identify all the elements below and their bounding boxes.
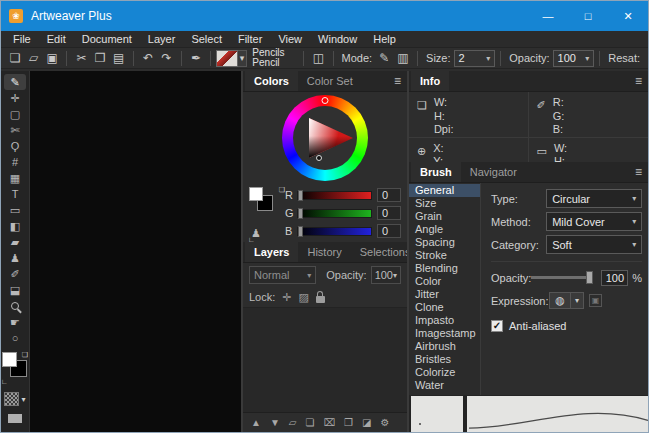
- toolbox-scroll-thumb[interactable]: [8, 414, 22, 423]
- layer-up-button[interactable]: ▲: [251, 418, 261, 428]
- brush-panel-menu-button[interactable]: ≡: [635, 162, 642, 182]
- tab-layers[interactable]: Layers: [245, 242, 298, 262]
- default-colors-icon[interactable]: ❏: [22, 351, 28, 358]
- swap-colors-icon[interactable]: ∟: [1, 378, 8, 385]
- text-tool[interactable]: T: [4, 186, 26, 202]
- blue-slider-handle[interactable]: [298, 226, 303, 237]
- mode-straight-button[interactable]: ▥: [394, 49, 412, 67]
- value-marker[interactable]: [316, 155, 322, 161]
- brush-category-general[interactable]: General: [409, 184, 480, 197]
- color-wheel[interactable]: [282, 95, 368, 181]
- hand-tool[interactable]: ☛: [4, 314, 26, 330]
- brush-category-angle[interactable]: Angle: [409, 223, 480, 236]
- menu-document[interactable]: Document: [74, 31, 140, 47]
- opacity-select[interactable]: 100 ▾: [553, 50, 595, 67]
- menu-edit[interactable]: Edit: [39, 31, 74, 47]
- eyedropper-tool[interactable]: ✐: [4, 266, 26, 282]
- green-slider[interactable]: [297, 209, 372, 218]
- hue-marker[interactable]: [322, 97, 329, 104]
- brush-category-airbrush[interactable]: Airbrush: [409, 340, 480, 353]
- tab-info[interactable]: Info: [411, 71, 449, 91]
- minimize-button[interactable]: —: [528, 1, 568, 31]
- default-colors-icon[interactable]: ❏: [279, 186, 285, 193]
- info-panel-menu-button[interactable]: ≡: [635, 71, 642, 91]
- eraser-tool[interactable]: ▰: [4, 234, 26, 250]
- tab-history[interactable]: History: [298, 242, 350, 262]
- fill-tool[interactable]: ⬓: [4, 282, 26, 298]
- mosaic-tool[interactable]: ▦: [4, 170, 26, 186]
- panel-toggle-button[interactable]: ◫: [309, 49, 327, 67]
- brush-category-impasto[interactable]: Impasto: [409, 314, 480, 327]
- tab-colors[interactable]: Colors: [245, 71, 298, 91]
- close-button[interactable]: ✕: [608, 1, 648, 31]
- crop-tool[interactable]: #: [4, 154, 26, 170]
- brush-category-imagestamp[interactable]: Imagestamp: [409, 327, 480, 340]
- green-slider-handle[interactable]: [298, 208, 303, 219]
- paste-button[interactable]: ▤: [109, 49, 127, 67]
- maximize-button[interactable]: □: [568, 1, 608, 31]
- brush-opacity-slider[interactable]: [531, 276, 593, 279]
- menu-filter[interactable]: Filter: [230, 31, 270, 47]
- rect-select-tool[interactable]: ▢: [4, 106, 26, 122]
- tab-navigator[interactable]: Navigator: [461, 162, 526, 182]
- layers-list[interactable]: [243, 307, 407, 412]
- brush-category-grain[interactable]: Grain: [409, 210, 480, 223]
- menu-view[interactable]: View: [270, 31, 310, 47]
- brush-category-stroke[interactable]: Stroke: [409, 249, 480, 262]
- layer-down-button[interactable]: ▼: [270, 418, 280, 428]
- layer-opacity-select[interactable]: 100 ▾: [371, 266, 401, 284]
- brush-preview-thumbnail[interactable]: [216, 50, 237, 67]
- new-document-button[interactable]: ❏: [6, 49, 24, 67]
- green-value[interactable]: 0: [377, 206, 401, 220]
- saturation-triangle[interactable]: [309, 118, 353, 158]
- brush-category-water[interactable]: Water: [409, 379, 480, 392]
- copy-button[interactable]: ❐: [91, 49, 109, 67]
- tab-color-set[interactable]: Color Set: [298, 71, 362, 91]
- lock-position-button[interactable]: ✛: [282, 291, 291, 304]
- menu-layer[interactable]: Layer: [140, 31, 184, 47]
- antialiased-checkbox[interactable]: ✓: [491, 320, 503, 332]
- zoom-tool[interactable]: [4, 298, 26, 314]
- brush-opacity-handle[interactable]: [586, 271, 593, 284]
- pattern-selector[interactable]: ▾: [4, 392, 25, 406]
- undo-button[interactable]: ↶: [139, 49, 157, 67]
- brush-category-color[interactable]: Color: [409, 275, 480, 288]
- pen-tool-button[interactable]: ✒: [187, 49, 205, 67]
- expression-dropdown[interactable]: ▾: [571, 292, 584, 309]
- brush-category-jitter[interactable]: Jitter: [409, 288, 480, 301]
- new-layer-button[interactable]: ❏: [306, 418, 315, 428]
- red-slider[interactable]: [297, 191, 372, 200]
- slice-tool[interactable]: ✄: [4, 122, 26, 138]
- red-value[interactable]: 0: [377, 188, 401, 202]
- lock-pixels-button[interactable]: ▨: [299, 291, 309, 304]
- menu-help[interactable]: Help: [365, 31, 404, 47]
- brush-opacity-value[interactable]: 100: [601, 270, 628, 286]
- open-button[interactable]: ▱: [24, 49, 42, 67]
- rotate-canvas-tool[interactable]: ○: [4, 330, 26, 346]
- foreground-color-swatch[interactable]: [2, 352, 17, 367]
- mode-freehand-button[interactable]: ✎: [375, 49, 393, 67]
- brush-category-spacing[interactable]: Spacing: [409, 236, 480, 249]
- blue-slider[interactable]: [297, 227, 372, 236]
- blend-mode-select[interactable]: Normal ▾: [249, 266, 316, 284]
- duplicate-layer-button[interactable]: ❐: [344, 418, 353, 428]
- menu-select[interactable]: Select: [183, 31, 230, 47]
- color-stamp-icon[interactable]: ♟: [251, 227, 261, 240]
- layer-settings-button[interactable]: ⚙: [380, 418, 389, 428]
- tab-brush[interactable]: Brush: [411, 162, 461, 182]
- redo-button[interactable]: ↷: [157, 49, 175, 67]
- foreground-color-swatch[interactable]: [249, 187, 263, 201]
- menu-file[interactable]: File: [5, 31, 39, 47]
- move-tool[interactable]: ✛: [4, 90, 26, 106]
- type-select[interactable]: Circular ▾: [546, 189, 642, 208]
- brush-category-size[interactable]: Size: [409, 197, 480, 210]
- cut-button[interactable]: ✂: [72, 49, 90, 67]
- red-slider-handle[interactable]: [298, 190, 303, 201]
- brush-tool[interactable]: ✎: [4, 74, 26, 90]
- save-button[interactable]: ▣: [43, 49, 61, 67]
- expression-button[interactable]: ◍: [549, 292, 571, 309]
- brush-category-colorize[interactable]: Colorize: [409, 366, 480, 379]
- blue-value[interactable]: 0: [377, 224, 401, 238]
- brush-category-blending[interactable]: Blending: [409, 262, 480, 275]
- new-group-button[interactable]: ▱: [289, 418, 297, 428]
